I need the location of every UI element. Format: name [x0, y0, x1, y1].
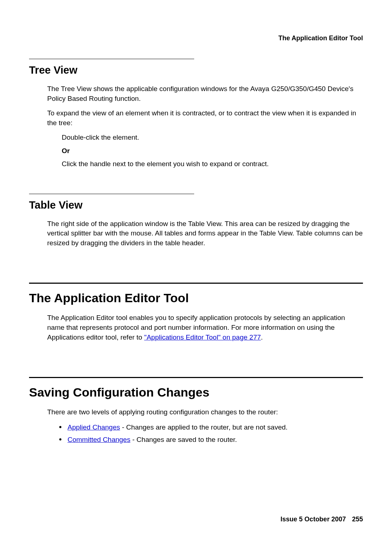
tree-view-step-2: Click the handle next to the element you…	[62, 159, 363, 169]
table-view-para-1: The right side of the application window…	[47, 219, 363, 248]
link-applied-changes[interactable]: Applied Changes	[68, 423, 120, 431]
saving-bullet-list: Applied Changes - Changes are applied to…	[59, 422, 363, 445]
tree-view-step-1: Double-click the element.	[62, 133, 363, 143]
spacer	[29, 347, 363, 377]
heading-tree-view: Tree View	[29, 64, 363, 76]
page-footer: Issue 5 October 2007 255	[281, 516, 363, 523]
spacer	[29, 253, 363, 283]
bullet-committed-changes: Committed Changes - Changes are saved to…	[59, 435, 363, 445]
bullet-applied-changes: Applied Changes - Changes are applied to…	[59, 422, 363, 433]
link-applications-editor-tool[interactable]: "Applications Editor Tool" on page 277	[144, 333, 261, 341]
tree-view-para-1: The Tree View shows the applicable confi…	[47, 84, 363, 103]
heading-table-view: Table View	[29, 199, 363, 211]
section-divider	[29, 194, 194, 194]
footer-page-number: 255	[352, 516, 363, 523]
bullet-committed-text: - Changes are saved to the router.	[130, 436, 237, 443]
page-header-title: The Application Editor Tool	[278, 34, 363, 42]
app-editor-text-post: .	[261, 333, 263, 341]
saving-para-1: There are two levels of applying routing…	[47, 407, 363, 417]
footer-issue: Issue 5 October 2007	[281, 516, 346, 523]
heading-saving-config: Saving Configuration Changes	[29, 385, 363, 399]
page-content: Tree View The Tree View shows the applic…	[29, 59, 363, 445]
section-divider	[29, 59, 194, 59]
spacer	[29, 173, 363, 194]
tree-view-or: Or	[62, 147, 363, 155]
section-divider-full	[29, 283, 363, 284]
bullet-applied-text: - Changes are applied to the router, but…	[120, 423, 288, 431]
app-editor-para-1: The Application Editor tool enables you …	[47, 313, 363, 342]
heading-app-editor-tool: The Application Editor Tool	[29, 291, 363, 305]
tree-view-para-2: To expand the view of an element when it…	[47, 108, 363, 128]
section-divider-full	[29, 377, 363, 378]
link-committed-changes[interactable]: Committed Changes	[68, 436, 130, 443]
